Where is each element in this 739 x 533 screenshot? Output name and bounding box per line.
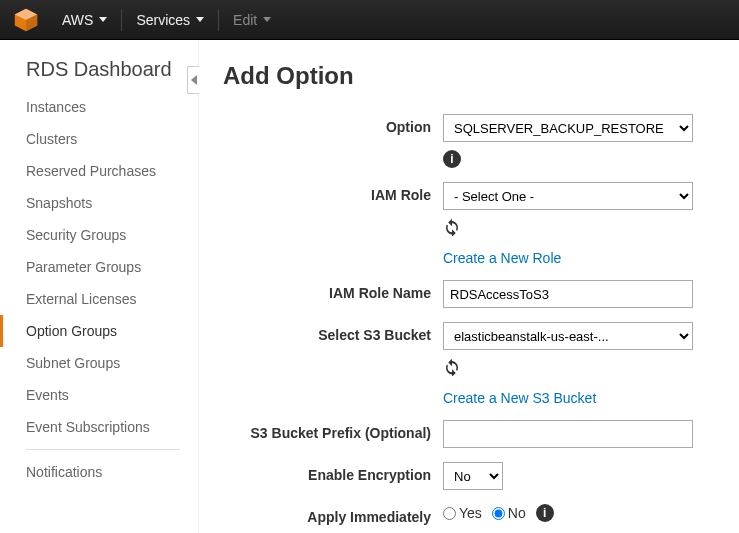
nav-services[interactable]: Services [124, 12, 216, 28]
select-s3-bucket[interactable]: elasticbeanstalk-us-east-... [443, 322, 693, 350]
row-apply-immediately: Apply Immediately Yes No i [223, 504, 715, 525]
nav-edit[interactable]: Edit [221, 12, 283, 28]
sidebar-item-notifications[interactable]: Notifications [0, 456, 198, 488]
sidebar-divider [26, 449, 180, 450]
nav-aws[interactable]: AWS [50, 12, 119, 28]
radio-apply-no-wrap[interactable]: No [492, 505, 526, 521]
aws-logo-icon [12, 6, 40, 34]
row-iam-role: IAM Role - Select One - Create a New Rol… [223, 182, 715, 266]
caret-down-icon [263, 17, 271, 22]
main-panel: Add Option Option SQLSERVER_BACKUP_RESTO… [198, 40, 739, 533]
input-s3-prefix[interactable] [443, 420, 693, 448]
info-icon[interactable]: i [443, 150, 461, 168]
label-encryption: Enable Encryption [223, 462, 443, 483]
radio-apply-no[interactable] [492, 507, 505, 520]
row-encryption: Enable Encryption No [223, 462, 715, 490]
refresh-icon[interactable] [443, 218, 461, 236]
sidebar-item-subnet-groups[interactable]: Subnet Groups [0, 347, 198, 379]
sidebar-item-parameter-groups[interactable]: Parameter Groups [0, 251, 198, 283]
nav-aws-label: AWS [62, 12, 93, 28]
row-s3-bucket: Select S3 Bucket elasticbeanstalk-us-eas… [223, 322, 715, 406]
select-iam-role[interactable]: - Select One - [443, 182, 693, 210]
sidebar-item-reserved-purchases[interactable]: Reserved Purchases [0, 155, 198, 187]
sidebar-item-clusters[interactable]: Clusters [0, 123, 198, 155]
input-iam-role-name[interactable] [443, 280, 693, 308]
radio-apply-no-label: No [508, 505, 526, 521]
label-s3-prefix: S3 Bucket Prefix (Optional) [223, 420, 443, 441]
sidebar-item-security-groups[interactable]: Security Groups [0, 219, 198, 251]
sidebar-collapse-handle[interactable] [187, 66, 199, 94]
link-create-s3-bucket[interactable]: Create a New S3 Bucket [443, 390, 715, 406]
label-iam-role: IAM Role [223, 182, 443, 203]
sidebar-item-event-subscriptions[interactable]: Event Subscriptions [0, 411, 198, 443]
sidebar-item-snapshots[interactable]: Snapshots [0, 187, 198, 219]
sidebar-item-events[interactable]: Events [0, 379, 198, 411]
caret-down-icon [196, 17, 204, 22]
nav-edit-label: Edit [233, 12, 257, 28]
page-title: Add Option [223, 62, 715, 90]
sidebar: RDS Dashboard Instances Clusters Reserve… [0, 40, 198, 533]
nav-services-label: Services [136, 12, 190, 28]
label-option: Option [223, 114, 443, 135]
label-apply-immediately: Apply Immediately [223, 504, 443, 525]
row-s3-prefix: S3 Bucket Prefix (Optional) [223, 420, 715, 448]
sidebar-item-external-licenses[interactable]: External Licenses [0, 283, 198, 315]
row-option: Option SQLSERVER_BACKUP_RESTORE i [223, 114, 715, 168]
link-create-role[interactable]: Create a New Role [443, 250, 715, 266]
sidebar-item-instances[interactable]: Instances [0, 91, 198, 123]
radio-apply-yes-wrap[interactable]: Yes [443, 505, 482, 521]
label-s3-bucket: Select S3 Bucket [223, 322, 443, 343]
top-nav: AWS Services Edit [0, 0, 739, 40]
nav-separator [218, 9, 219, 31]
select-option[interactable]: SQLSERVER_BACKUP_RESTORE [443, 114, 693, 142]
nav-separator [121, 9, 122, 31]
select-encryption[interactable]: No [443, 462, 503, 490]
label-iam-role-name: IAM Role Name [223, 280, 443, 301]
main-container: RDS Dashboard Instances Clusters Reserve… [0, 40, 739, 533]
radio-apply-yes-label: Yes [459, 505, 482, 521]
info-icon[interactable]: i [536, 504, 554, 522]
row-iam-role-name: IAM Role Name [223, 280, 715, 308]
caret-down-icon [99, 17, 107, 22]
sidebar-title: RDS Dashboard [0, 58, 198, 91]
refresh-icon[interactable] [443, 358, 461, 376]
sidebar-item-option-groups[interactable]: Option Groups [0, 315, 198, 347]
radio-apply-yes[interactable] [443, 507, 456, 520]
